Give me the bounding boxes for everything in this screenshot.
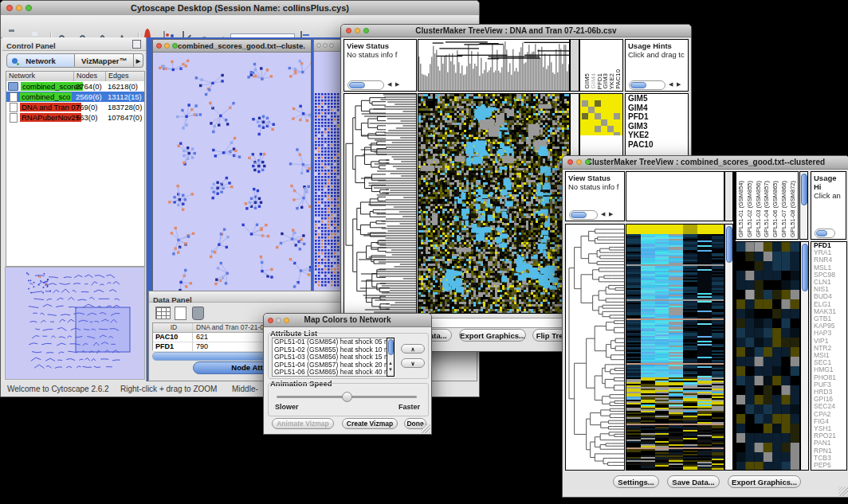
close-button[interactable] [346,28,351,33]
tab-vizmapper[interactable]: VizMapper™ [75,53,134,68]
scroll-left-icon[interactable]: ◀ [601,210,605,218]
horizontal-scrollbar[interactable] [569,210,598,220]
network-list-row[interactable]: combined_sco2569(6)13112(15) [6,92,144,102]
scroll-left-icon[interactable]: ◀ [669,80,673,88]
network-tab-icon [12,58,18,64]
gene-label: MON2 [811,469,846,471]
zoom-window-button[interactable] [26,5,32,11]
scroll-right-icon[interactable]: ▶ [609,210,613,218]
column-labels-vscrollbar[interactable] [799,171,808,240]
horizontal-scrollbar[interactable] [629,80,665,90]
new-attribute-icon[interactable] [175,307,186,320]
usage-hints-text: Click an [811,191,846,200]
zoom-vscrollbar[interactable] [800,241,809,471]
minimize-button[interactable] [164,43,170,49]
birds-eye-view[interactable] [5,267,145,380]
heatmap-main[interactable] [418,93,570,314]
status-welcome: Welcome to Cytoscape 2.6.2 [7,385,109,393]
data-column-attr[interactable]: DNA and Tran 07-21-06 [193,323,268,332]
attribute-list[interactable]: GPL51-01 (GSM854) heat shock 05 minGPL51… [272,338,388,377]
network-nodes-count: 2569(6) [76,92,102,101]
scroll-corner [724,171,733,221]
minimize-button[interactable] [16,5,22,11]
usage-hints-box: Usage Hi Click an [811,171,846,240]
scroll-right-icon[interactable]: ▶ [395,80,399,88]
animate-vizmap-button[interactable]: Animate Vizmap [272,418,334,429]
scroll-right-icon[interactable]: ▶ [677,80,681,88]
main-title-bar[interactable]: Cytoscape Desktop (Session Name: collins… [1,1,479,16]
close-button[interactable] [6,5,13,11]
close-button[interactable] [567,159,573,165]
network-nodes-count: 2764(0) [76,82,102,91]
column-label: GPL51-07 (GSM868) [781,181,787,237]
row-dendrogram[interactable] [565,224,625,471]
button-settings-[interactable]: Settings... [613,475,659,488]
network-list-row[interactable]: combined_scores2764(0)16218(0) [6,81,144,92]
close-button[interactable] [268,318,273,323]
document-icon [10,113,18,123]
table-grid-icon[interactable] [155,307,171,319]
network-graph-view[interactable] [153,53,311,294]
minimize-button[interactable] [276,318,281,323]
float-panel-icon[interactable] [132,40,141,49]
trash-icon[interactable] [192,307,204,320]
minimize-button[interactable] [576,159,582,165]
column-label: GPL51-06 (GSM865) [772,181,779,237]
close-button[interactable] [156,43,162,49]
button-save-data-[interactable]: Save Data... [667,475,720,488]
heatmap-main[interactable] [626,224,724,471]
gene-label: GIM3 [626,122,688,131]
gene-label: YKE2 [626,131,688,140]
button-export-graphics-[interactable]: Export Graphics... [728,475,801,488]
network-frame-title-bar[interactable]: combined_scores_good.txt--cluste... [153,40,311,53]
dialog-title-bar[interactable]: Map Colors to Network [264,314,431,327]
data-column-id[interactable]: ID [153,323,193,332]
column-header-edges[interactable]: Edges [106,72,144,81]
zoom-window-button[interactable] [284,318,289,323]
create-vizmap-button[interactable]: Create Vizmap [342,418,398,429]
network-edges-count: 183728(0) [108,103,142,111]
zoom-window-button[interactable] [363,28,369,33]
column-header-network[interactable]: Network [6,72,74,81]
resize-grip[interactable] [421,424,430,433]
zoom-heatmap[interactable] [736,241,800,471]
treeview1-title-bar[interactable]: ClusterMaker TreeView : DNA and Tran 07-… [341,25,691,37]
network-list-row[interactable]: DNA and Tran 07769(0)183728(0) [6,102,144,112]
similarity-matrix[interactable] [579,93,623,136]
row-dendrogram[interactable] [344,93,417,314]
resize-grip[interactable] [838,486,848,496]
scroll-down-icon[interactable]: ▼ [388,365,393,373]
horizontal-scrollbar[interactable] [815,229,835,238]
heatmap-vscrollbar[interactable] [724,224,733,471]
matrix-row [582,121,622,127]
zoom-window-button[interactable] [585,159,591,165]
minimize-button[interactable] [355,28,360,33]
back-frame-title-bar[interactable] [314,40,340,52]
attribute-list-item[interactable]: GPL51-07 (GSM868) heat shock 60 min [273,377,387,377]
zoom-window-button[interactable] [172,43,178,49]
move-down-button[interactable]: ∨ [401,358,425,368]
dense-network-grid-view[interactable] [314,52,340,292]
slider-thumb[interactable] [342,392,352,402]
attribute-list-vscrollbar[interactable]: ▲ ▼ [387,338,395,377]
treeview2-title-bar[interactable]: ClusterMaker TreeView : combined_scores_… [563,156,848,170]
column-dendrogram-empty [626,171,724,221]
column-dendrogram[interactable] [418,39,570,92]
zoom-window-button[interactable] [329,43,334,48]
network-list-row[interactable]: RNAPuberNov2+563(0)107847(0) [6,112,144,123]
horizontal-scrollbar[interactable] [347,80,384,90]
map-colors-dialog: Map Colors to Network Attribute List GPL… [263,313,432,435]
gene-list-panel: PFD1YRA1RNR4MSL1SPC98CLN1NIS1BUD4ELG1MAK… [811,241,847,471]
animation-speed-slider[interactable] [277,396,417,398]
view-status-text: No status info f [566,182,624,191]
column-header-nodes[interactable]: Nodes [74,72,106,81]
button-export-graphics-[interactable]: Export Graphics... [459,329,526,342]
tab-network[interactable]: Network [6,53,75,68]
scroll-left-icon[interactable]: ◀ [387,80,391,88]
view-status-text: No status info f [344,50,416,59]
chevron-down-icon: ∨ [410,361,414,366]
tab-overflow-button[interactable]: ▶ [134,53,143,68]
close-button[interactable] [316,43,321,48]
move-up-button[interactable]: ∧ [401,344,425,354]
minimize-button[interactable] [323,43,328,48]
